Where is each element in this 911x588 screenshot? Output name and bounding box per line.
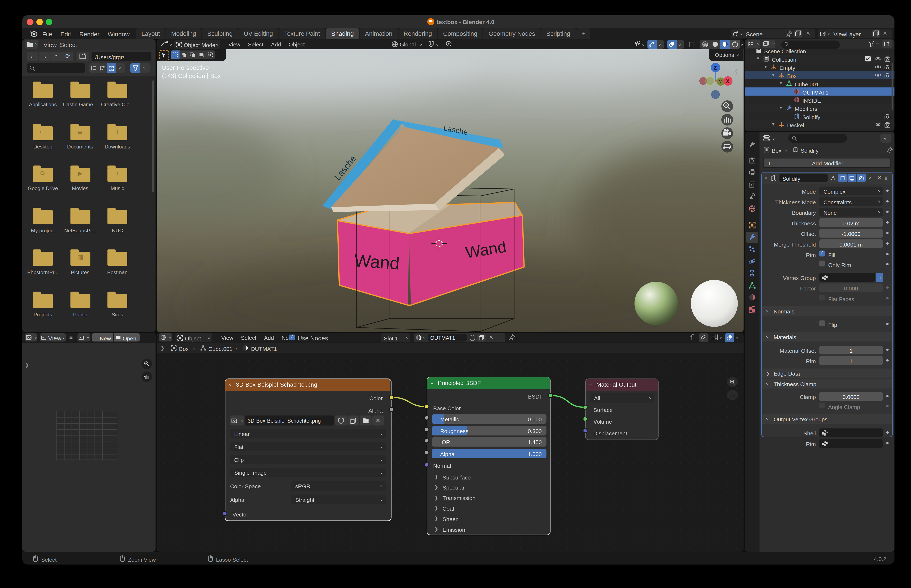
tab-constraints[interactable] [746, 268, 758, 279]
animate-decorator[interactable] [886, 431, 888, 434]
topbar-menu-render[interactable]: Render [79, 31, 100, 38]
tab-tool[interactable] [746, 139, 758, 150]
folder-item[interactable]: Castle Game... [64, 79, 97, 117]
bsdf-section-subsurface[interactable]: ❯Subsurface [433, 472, 544, 482]
tab-render[interactable] [746, 155, 758, 166]
image-datablock-row[interactable]: ˅ 3D-Box-Beispiel-Schachtel.png ✕ [230, 415, 386, 425]
mode-dropdown[interactable]: Object Mode ˅ [174, 40, 220, 49]
tab-object-data[interactable] [746, 279, 758, 291]
tab-layout[interactable]: Layout [136, 28, 165, 39]
cursor-tool-button[interactable] [159, 50, 169, 60]
zoom-button[interactable] [46, 19, 52, 25]
properties-editor-icon[interactable] [763, 135, 770, 141]
properties-row--checkbox[interactable] [819, 402, 825, 409]
section-output-vertex-groups[interactable]: ˅Output Vertex Groups [762, 414, 892, 424]
node-canvas[interactable]: ˅ 3D-Box-Beispiel-Schachtel.png Color Al… [157, 353, 743, 552]
extension-dropdown[interactable]: Clip˅ [230, 455, 386, 464]
outliner-row-empty[interactable]: ▼Empty [745, 63, 895, 71]
properties-row-thickness-mode-dropdown[interactable]: Constraints˅ [819, 197, 883, 206]
add-modifier-button[interactable]: + Add Modifier [763, 158, 891, 168]
folder-item[interactable]: Applications [26, 79, 59, 117]
scene-name[interactable]: Scene [746, 31, 763, 38]
shader-overlays-toggle[interactable] [725, 333, 734, 342]
tab-geometry-nodes[interactable]: Geometry Nodes [483, 28, 540, 39]
folder-item[interactable]: Projects [26, 289, 59, 326]
outliner-scrollbar[interactable] [892, 63, 893, 110]
folder-item[interactable]: Sites [101, 289, 134, 326]
overlays-toggle[interactable] [667, 40, 677, 49]
exclude-checkbox[interactable] [864, 56, 871, 62]
shader-menu-view[interactable]: View [221, 334, 233, 341]
expand-caret[interactable]: ▼ [764, 65, 767, 69]
editor-type-icon[interactable]: ˅ [25, 40, 38, 49]
drag-handle-icon[interactable]: ⣿ [884, 175, 888, 180]
properties-row-rim-checkbox[interactable]: ✓ [819, 250, 825, 256]
animate-decorator[interactable] [886, 211, 888, 213]
proportional-edit-icon[interactable] [446, 40, 452, 47]
expand-caret[interactable]: ▼ [779, 106, 783, 110]
file-browser-menu-view[interactable]: View [44, 41, 57, 48]
properties-row--checkbox[interactable] [819, 320, 825, 326]
viewport-menu-view[interactable]: View [228, 41, 240, 47]
new-collection-icon[interactable] [882, 40, 892, 48]
copy-image-icon[interactable] [347, 415, 359, 425]
bsdf-section-specular[interactable]: ❯Specular [433, 483, 544, 492]
filter-button[interactable] [130, 63, 141, 73]
file-search-input[interactable] [27, 63, 85, 73]
select-intersect-button[interactable] [206, 50, 215, 59]
node-material-output[interactable]: ˅ Material Output All˅ Surface Volume Di… [585, 378, 659, 440]
animate-decorator[interactable] [886, 297, 888, 299]
unlink-material-icon[interactable]: ✕ [489, 334, 493, 341]
gizmo-toggle[interactable] [648, 40, 657, 49]
tab-modifiers[interactable] [746, 231, 758, 242]
tab-scripting[interactable]: Scripting [541, 28, 575, 39]
back-button[interactable]: ← [27, 52, 38, 61]
tab-output[interactable] [746, 166, 758, 178]
unlink-scene-icon[interactable]: ✕ [806, 31, 810, 36]
tab-animation[interactable]: Animation [360, 28, 398, 39]
animate-decorator[interactable] [886, 395, 888, 397]
overlay-settings-icon[interactable] [712, 334, 719, 341]
outliner-row-cube-001[interactable]: ▼Cube.001 [745, 79, 895, 87]
outliner-row-box[interactable]: ▼Box [745, 71, 895, 79]
tab-rendering[interactable]: Rendering [398, 28, 437, 39]
snap-magnet-icon[interactable] [428, 40, 435, 47]
tab-modeling[interactable]: Modeling [166, 28, 201, 39]
close-button[interactable] [27, 19, 34, 25]
tab-material[interactable] [746, 292, 758, 303]
expand-caret[interactable]: ▼ [756, 56, 760, 60]
select-difference-button[interactable] [197, 50, 206, 59]
bsdf-slider-alpha[interactable]: Alpha1.000 [432, 449, 546, 458]
animate-decorator[interactable] [886, 286, 888, 289]
overlays-dropdown[interactable]: ˅ [677, 40, 684, 49]
shader-type-dropdown[interactable]: Object ˅ [176, 333, 212, 342]
add-workspace-button[interactable]: + [576, 28, 590, 39]
animate-decorator[interactable] [886, 359, 888, 362]
display-mode-icon[interactable]: ˅ [747, 40, 760, 48]
pin-icon[interactable] [509, 334, 515, 341]
outliner-row-collection[interactable]: ▼Collection [745, 55, 895, 63]
properties-row-thickness-slider[interactable]: 0.02 m [819, 218, 883, 227]
select-box-button[interactable] [171, 50, 180, 59]
properties-row-material-offset-slider[interactable]: 1 [819, 346, 883, 354]
realtime-toggle[interactable] [848, 174, 856, 182]
folder-item[interactable]: Public [64, 289, 97, 326]
topbar-menu-window[interactable]: Window [108, 31, 130, 38]
properties-row-vertex-group-field[interactable] [819, 273, 875, 282]
filter-funnel-icon[interactable] [868, 40, 875, 47]
tab-uv-editing[interactable]: UV Editing [238, 28, 278, 39]
node-header[interactable]: ˅ Material Output [586, 379, 658, 391]
properties-row--checkbox[interactable] [819, 295, 825, 300]
open-image-icon[interactable] [360, 415, 372, 425]
properties-search-input[interactable] [788, 134, 847, 142]
animate-decorator[interactable] [886, 442, 888, 444]
properties-options-dropdown[interactable]: ˅ [880, 134, 891, 142]
modifier-panel-header[interactable]: ˅ Solidify ˅ ✕ ⣿ [762, 173, 892, 184]
image-view-menu[interactable]: View˅ [40, 333, 66, 341]
folder-item[interactable]: My project [26, 205, 59, 243]
animate-decorator[interactable] [886, 323, 888, 325]
shading-dropdown[interactable]: ˅ [741, 43, 743, 47]
alpha-mode-dropdown[interactable]: Straight˅ [291, 495, 386, 504]
folder-item[interactable]: ↓Downloads [101, 121, 134, 159]
tab-sculpting[interactable]: Sculpting [202, 28, 238, 39]
